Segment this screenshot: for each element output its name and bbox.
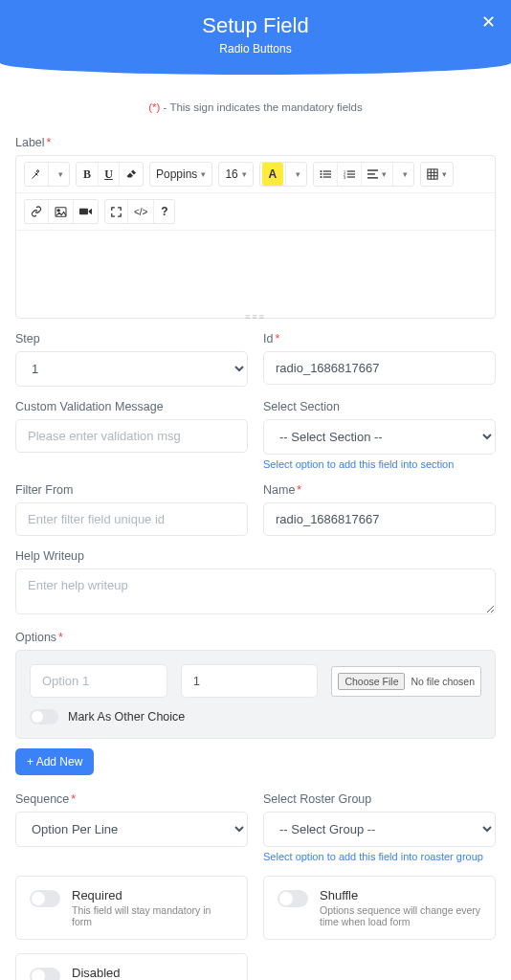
editor-content[interactable] (16, 231, 495, 312)
bold-button[interactable]: B (77, 163, 98, 186)
required-toggle[interactable] (30, 890, 60, 907)
shuffle-switch-box: Shuffle Options sequence will change eve… (263, 876, 496, 940)
option-row: Choose File No file chosen (30, 664, 481, 698)
add-new-button[interactable]: + Add New (15, 748, 94, 775)
magic-icon[interactable] (25, 163, 48, 186)
form-body: Label* B U Poppins 16 (0, 136, 511, 980)
roster-label: Select Roster Group (263, 792, 496, 806)
section-select[interactable]: -- Select Section -- (263, 419, 496, 455)
name-input[interactable] (263, 502, 496, 536)
disabled-title: Disabled (72, 966, 216, 980)
close-icon[interactable]: ✕ (481, 11, 496, 33)
disabled-toggle[interactable] (30, 968, 60, 980)
svg-rect-9 (346, 173, 354, 174)
validation-input[interactable] (15, 419, 248, 453)
align-dropdown[interactable] (361, 163, 392, 186)
link-button[interactable] (25, 200, 48, 223)
roster-select[interactable]: -- Select Group -- (263, 812, 496, 847)
filter-label: Filter From (15, 483, 248, 497)
required-desc: This field will stay mandatory in form (72, 904, 233, 927)
mandatory-star: (*) (148, 101, 160, 113)
sequence-select[interactable]: Option Per Line (15, 812, 248, 847)
step-label: Step (15, 332, 248, 345)
help-button[interactable]: ? (153, 200, 174, 223)
dialog-title: Setup Field (0, 13, 511, 38)
options-container: Choose File No file chosen Mark As Other… (15, 650, 496, 739)
video-button[interactable] (73, 200, 98, 223)
required-switch-box: Required This field will stay mandatory … (15, 876, 248, 940)
roster-note: Select option to add this field into roa… (263, 851, 496, 862)
highlight-button[interactable]: A (262, 163, 283, 186)
options-label: Options* (15, 631, 496, 644)
svg-point-0 (320, 170, 322, 172)
required-title: Required (72, 888, 233, 902)
highlight-dropdown[interactable] (285, 163, 306, 186)
font-size-dropdown[interactable]: 16 (219, 163, 252, 186)
svg-rect-11 (346, 176, 354, 177)
svg-rect-12 (367, 169, 378, 170)
svg-point-4 (320, 176, 322, 178)
sequence-label: Sequence* (15, 792, 248, 806)
editor-toolbar-row2: </> ? (16, 193, 495, 231)
svg-rect-22 (79, 209, 88, 215)
svg-rect-1 (322, 170, 330, 171)
section-note: Select option to add this field into sec… (263, 458, 496, 470)
paragraph-dropdown[interactable] (392, 163, 413, 186)
choose-file-button[interactable]: Choose File (338, 673, 405, 690)
validation-label: Custom Validation Message (15, 400, 248, 413)
option-file-input[interactable]: Choose File No file chosen (331, 666, 481, 697)
shuffle-toggle[interactable] (278, 890, 308, 907)
shuffle-desc: Options sequence will change every time … (320, 904, 481, 927)
svg-text:3: 3 (344, 176, 345, 180)
svg-rect-13 (367, 173, 375, 174)
svg-rect-7 (346, 170, 354, 171)
svg-rect-3 (322, 173, 330, 174)
rich-text-editor: B U Poppins 16 A 123 (15, 155, 496, 319)
mandatory-text: - This sign indicates the mandatory fiel… (160, 101, 362, 113)
mark-other-toggle[interactable] (30, 709, 58, 724)
no-file-label: No file chosen (411, 676, 475, 687)
step-select[interactable]: 1 (15, 351, 248, 387)
section-label: Select Section (263, 400, 496, 413)
option-number-input[interactable] (181, 664, 319, 698)
svg-rect-5 (322, 176, 330, 177)
svg-point-2 (320, 173, 322, 175)
shuffle-title: Shuffle (320, 888, 481, 902)
filter-input[interactable] (15, 502, 248, 536)
name-label: Name* (263, 483, 496, 497)
help-label: Help Writeup (15, 549, 496, 563)
editor-resize-handle[interactable]: ≡≡≡ (16, 312, 495, 318)
mandatory-note: (*) - This sign indicates the mandatory … (0, 101, 511, 113)
option-text-input[interactable] (30, 664, 167, 698)
style-dropdown[interactable] (48, 163, 69, 186)
id-input[interactable] (263, 351, 496, 385)
list-ul-button[interactable] (314, 163, 337, 186)
mark-other-row: Mark As Other Choice (30, 709, 481, 724)
editor-toolbar: B U Poppins 16 A 123 (16, 156, 495, 193)
table-dropdown[interactable] (421, 163, 453, 186)
code-view-button[interactable]: </> (127, 200, 153, 223)
help-textarea[interactable] (15, 568, 496, 614)
dialog-subtitle: Radio Buttons (0, 42, 511, 56)
disabled-switch-box: Disabled This field will be disabled in … (15, 953, 248, 980)
svg-rect-15 (428, 169, 437, 179)
font-family-dropdown[interactable]: Poppins (150, 163, 211, 186)
list-ol-button[interactable]: 123 (337, 163, 361, 186)
svg-point-21 (57, 209, 59, 211)
eraser-button[interactable] (119, 163, 143, 186)
mark-other-label: Mark As Other Choice (68, 710, 185, 724)
image-button[interactable] (48, 200, 73, 223)
dialog-header: Setup Field Radio Buttons ✕ (0, 0, 511, 75)
underline-button[interactable]: U (98, 163, 119, 186)
label-label: Label* (15, 136, 496, 149)
fullscreen-button[interactable] (105, 200, 127, 223)
id-label: Id* (263, 332, 496, 345)
svg-rect-14 (367, 177, 378, 178)
